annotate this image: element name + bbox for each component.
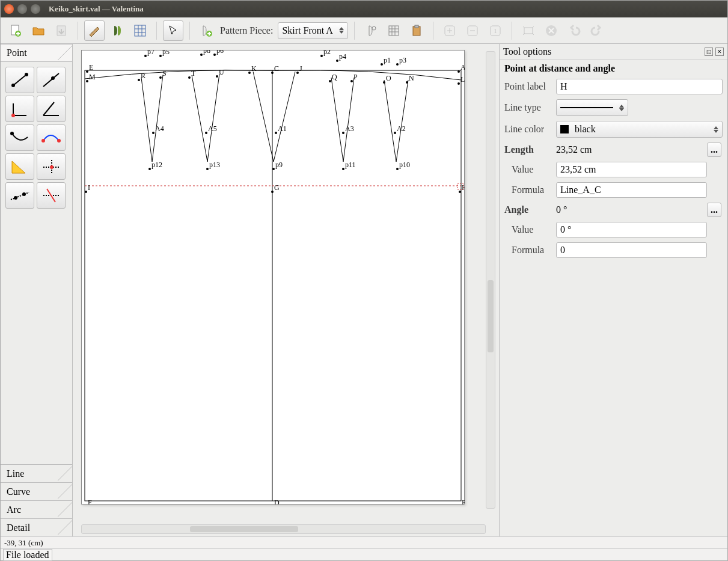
point-label-p8[interactable]: p8 [203, 50, 210, 55]
svg-point-67 [206, 168, 209, 170]
window-close-button[interactable] [4, 4, 14, 14]
svg-point-47 [216, 75, 218, 78]
new-file-button[interactable] [5, 20, 26, 41]
tool-along-line[interactable] [37, 67, 66, 93]
point-label-I[interactable]: I [88, 183, 90, 192]
point-label-D[interactable]: D [274, 498, 280, 504]
save-file-button[interactable] [51, 20, 72, 41]
panel-close-icon[interactable]: ✕ [715, 48, 724, 56]
point-label-E[interactable]: E [89, 63, 93, 72]
undo-button[interactable] [564, 20, 584, 41]
point-label-A4[interactable]: A4 [155, 124, 164, 133]
window-maximize-button[interactable] [31, 4, 40, 14]
point-label-J[interactable]: J [299, 64, 302, 73]
redo-button[interactable] [587, 20, 607, 41]
zoom-fit-button[interactable] [518, 20, 539, 41]
vertical-scrollbar[interactable] [486, 51, 495, 509]
drawing-svg[interactable]: EMp7p5RSp8p6TUKCJp2p4QPp1p3ONALA4A5A1A3A… [81, 50, 465, 504]
pointer-tool-button[interactable] [163, 20, 183, 41]
point-label-p5[interactable]: p5 [162, 50, 170, 56]
zoom-out-button[interactable] [462, 20, 483, 41]
svg-line-16 [13, 75, 26, 85]
table-button[interactable] [384, 20, 404, 41]
point-label-A2[interactable]: A2 [397, 124, 406, 133]
point-label-S[interactable]: S [162, 69, 167, 78]
point-label-p11[interactable]: p11 [345, 161, 356, 169]
pattern-piece-options-button[interactable] [361, 20, 381, 41]
point-label-Q[interactable]: Q [332, 73, 337, 81]
tool-cut-spline[interactable] [5, 182, 34, 209]
input-length-value[interactable]: 23,52 cm [556, 162, 707, 177]
svg-point-60 [457, 82, 460, 85]
point-label-A5[interactable]: A5 [208, 124, 217, 133]
point-label-p13[interactable]: p13 [209, 161, 220, 169]
toolbox-tab-detail[interactable]: Detail [1, 518, 72, 536]
open-file-button[interactable] [28, 20, 49, 41]
draw-mode-button[interactable] [84, 20, 105, 41]
point-label-p4[interactable]: p4 [339, 52, 346, 61]
select-line-color[interactable]: black [556, 121, 723, 138]
svg-point-43 [159, 76, 162, 79]
toolbox: Point Line Curve Arc Detai [1, 44, 73, 536]
point-label-A[interactable]: A [460, 63, 465, 72]
point-label-p1[interactable]: p1 [384, 56, 391, 64]
svg-point-58 [406, 81, 408, 84]
svg-point-41 [159, 55, 162, 57]
clipboard-button[interactable] [406, 20, 427, 41]
point-label-K[interactable]: K [251, 64, 257, 73]
point-label-p9[interactable]: p9 [275, 161, 283, 169]
window-minimize-button[interactable] [17, 4, 27, 14]
point-label-p6[interactable]: p6 [216, 50, 224, 55]
tool-point-intersection[interactable] [37, 153, 66, 180]
angle-formula-button[interactable]: ... [707, 203, 721, 217]
point-label-O[interactable]: O [386, 74, 391, 82]
toolbox-tab-line[interactable]: Line [1, 464, 72, 482]
toolbox-tab-curve[interactable]: Curve [1, 482, 72, 500]
stop-button[interactable] [541, 20, 561, 41]
angle-display: 0 ° [556, 204, 707, 215]
svg-point-68 [272, 168, 275, 170]
point-label-N[interactable]: N [409, 74, 414, 82]
tool-segment[interactable] [5, 67, 34, 93]
toolbox-tab-arc[interactable]: Arc [1, 500, 72, 518]
layout-mode-button[interactable] [130, 20, 150, 41]
toolbox-tab-point[interactable]: Point [1, 44, 72, 62]
tool-point-of-contact[interactable] [37, 124, 66, 151]
length-formula-button[interactable]: ... [707, 143, 721, 157]
panel-float-icon[interactable]: ◱ [705, 48, 713, 56]
input-length-formula[interactable]: Line_A_C [556, 182, 707, 198]
point-label-M[interactable]: M [89, 73, 96, 81]
canvas-viewport[interactable]: EMp7p5RSp8p6TUKCJp2p4QPp1p3ONALA4A5A1A3A… [76, 48, 495, 523]
input-point-label[interactable]: H [556, 79, 723, 94]
tool-shoulder[interactable] [5, 124, 34, 151]
point-label-p7[interactable]: p7 [147, 50, 154, 56]
point-label-B[interactable]: B [462, 498, 465, 504]
point-label-p2[interactable]: p2 [323, 50, 331, 56]
point-label-U[interactable]: U [219, 68, 224, 76]
point-label-C[interactable]: C [274, 64, 279, 73]
new-pattern-piece-button[interactable] [196, 20, 216, 41]
point-label-A3[interactable]: A3 [345, 124, 354, 133]
tool-normal[interactable] [5, 96, 34, 122]
point-label-p10[interactable]: p10 [399, 161, 410, 169]
input-angle-formula[interactable]: 0 [556, 242, 707, 258]
point-label-G[interactable]: G [274, 183, 280, 192]
zoom-in-button[interactable] [439, 20, 460, 41]
input-angle-value[interactable]: 0 ° [556, 222, 707, 238]
tool-line-intersect-axis[interactable] [37, 182, 66, 209]
point-label-p3[interactable]: p3 [399, 56, 406, 64]
tool-bisector[interactable] [37, 96, 66, 122]
select-line-type[interactable] [556, 99, 628, 116]
point-label-F[interactable]: F [88, 498, 92, 504]
tool-triangle[interactable] [5, 153, 34, 180]
point-label-A1[interactable]: A1 [278, 124, 287, 133]
point-label-L[interactable]: L [460, 75, 465, 84]
zoom-original-button[interactable]: 1 [485, 20, 506, 41]
detail-mode-button[interactable] [107, 20, 127, 41]
point-label-T[interactable]: T [191, 69, 196, 78]
pattern-piece-select[interactable]: Skirt Front A [278, 22, 347, 39]
point-label-P[interactable]: P [353, 73, 358, 81]
point-label-p12[interactable]: p12 [151, 161, 162, 169]
point-label-R[interactable]: R [141, 72, 145, 80]
horizontal-scrollbar[interactable] [81, 524, 486, 534]
